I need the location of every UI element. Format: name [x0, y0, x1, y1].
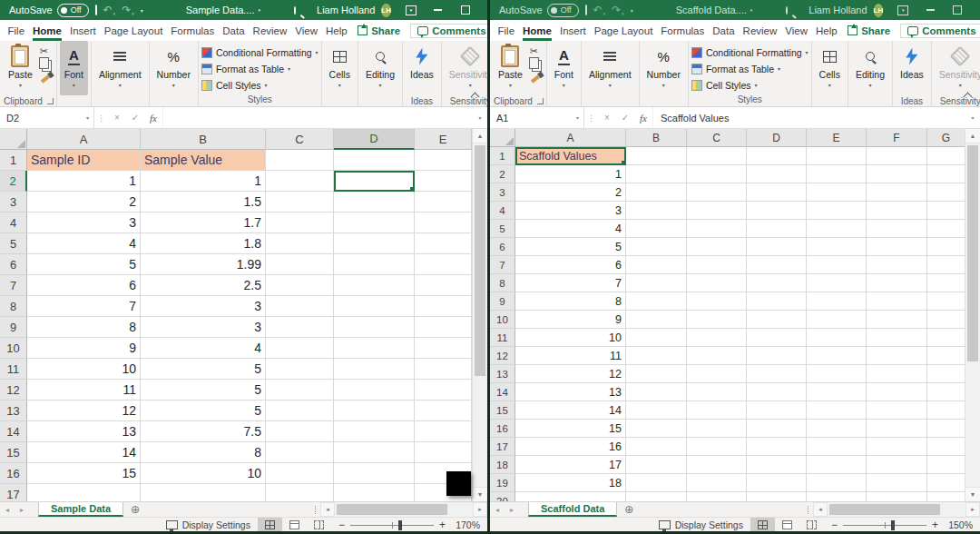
cell-A9[interactable]: 8	[515, 292, 626, 311]
cell-G2[interactable]	[927, 165, 965, 183]
cell-B11[interactable]	[626, 329, 687, 347]
cell-B12[interactable]: 5	[141, 380, 266, 400]
select-all-corner[interactable]	[490, 129, 515, 147]
vscroll-down-icon[interactable]: ▼	[473, 487, 487, 501]
column-header-B[interactable]: B	[141, 129, 266, 150]
comments-button[interactable]: Comments	[900, 24, 980, 38]
normal-view-button[interactable]	[750, 518, 775, 531]
cell-D13[interactable]	[334, 400, 415, 421]
cell-D7[interactable]	[747, 256, 807, 274]
row-header-6[interactable]: 6	[0, 254, 27, 275]
cell-A14[interactable]: 13	[27, 421, 141, 442]
cell-G1[interactable]	[927, 147, 965, 165]
cell-E5[interactable]	[415, 233, 472, 254]
row-header-10[interactable]: 10	[490, 311, 515, 329]
zoom-slider[interactable]	[843, 525, 926, 526]
cell-B9[interactable]	[626, 292, 687, 311]
vscroll-down-icon[interactable]: ▼	[965, 487, 980, 501]
format-painter-icon[interactable]	[41, 74, 50, 83]
cell-E19[interactable]	[807, 474, 867, 492]
quick-access-toolbar-icon[interactable]: ▾	[631, 7, 633, 14]
cell-A13[interactable]: 12	[515, 365, 626, 383]
cell-D10[interactable]	[747, 311, 807, 329]
cell-F4[interactable]	[867, 202, 927, 220]
column-header-C[interactable]: C	[266, 129, 334, 150]
cell-C13[interactable]	[266, 400, 334, 421]
cell-D14[interactable]	[747, 383, 807, 401]
row-header-5[interactable]: 5	[0, 233, 27, 254]
zoom-out-button[interactable]: −	[338, 519, 345, 531]
cell-A1[interactable]: Sample ID	[27, 150, 141, 171]
cell-E11[interactable]	[807, 329, 867, 347]
cell-F5[interactable]	[867, 220, 927, 238]
cell-E2[interactable]	[807, 165, 867, 183]
cell-G14[interactable]	[927, 383, 965, 401]
cell-B1[interactable]: Sample Value	[141, 150, 266, 171]
row-header-1[interactable]: 1	[490, 147, 515, 165]
cell-E12[interactable]	[415, 380, 472, 400]
cell-C5[interactable]	[687, 220, 747, 238]
cell-F7[interactable]	[867, 256, 927, 274]
cell-F3[interactable]	[867, 183, 927, 202]
cell-B8[interactable]	[626, 274, 687, 292]
cell-B13[interactable]: 5	[141, 400, 266, 421]
zoom-in-button[interactable]: +	[439, 519, 446, 531]
cell-B9[interactable]: 3	[141, 317, 266, 338]
cell-C16[interactable]	[687, 420, 747, 438]
menu-tab-view[interactable]: View	[291, 20, 322, 41]
cell-B4[interactable]: 1.7	[141, 213, 266, 233]
cell-E18[interactable]	[807, 456, 867, 474]
sheet-nav-right-icon[interactable]: ▸	[15, 502, 29, 517]
row-header-13[interactable]: 13	[0, 400, 27, 421]
minimize-button[interactable]	[916, 0, 944, 20]
cell-D19[interactable]	[747, 474, 807, 492]
cell-G11[interactable]	[927, 329, 965, 347]
cell-C6[interactable]	[266, 254, 334, 275]
autosave-toggle[interactable]: AutoSave Off	[499, 4, 579, 17]
cell-D4[interactable]	[747, 202, 807, 220]
cell-B17[interactable]	[626, 438, 687, 456]
cell-E11[interactable]	[415, 359, 472, 380]
vscroll-up-icon[interactable]: ▲	[473, 129, 487, 143]
horizontal-scrollbar[interactable]: ◂ ▸	[808, 502, 980, 517]
maximize-button[interactable]	[944, 0, 971, 20]
document-title[interactable]: Sample Data....▾	[186, 5, 260, 15]
row-header-15[interactable]: 15	[0, 442, 27, 463]
cell-E4[interactable]	[415, 213, 472, 233]
menu-tab-home[interactable]: Home	[29, 20, 66, 41]
cell-G12[interactable]	[927, 347, 965, 365]
column-header-C[interactable]: C	[687, 129, 747, 147]
cancel-icon[interactable]: ×	[598, 107, 616, 128]
menu-tab-formulas[interactable]: Formulas	[167, 20, 219, 41]
cell-C2[interactable]	[266, 171, 334, 192]
cell-D2[interactable]	[334, 171, 415, 192]
cell-D4[interactable]	[334, 213, 415, 233]
sheet-tab[interactable]: Scaffold Data	[528, 502, 617, 517]
row-header-5[interactable]: 5	[490, 220, 515, 238]
cell-C18[interactable]	[687, 456, 747, 474]
cell-D20[interactable]	[747, 492, 807, 501]
name-box[interactable]: D2▾	[0, 107, 94, 128]
cell-C8[interactable]	[266, 296, 334, 317]
cell-F20[interactable]	[867, 492, 927, 501]
new-sheet-button[interactable]: ⊕	[123, 502, 147, 517]
cell-A16[interactable]: 15	[515, 420, 626, 438]
cut-icon[interactable]: ✂	[40, 46, 48, 56]
sheet-nav-left-icon[interactable]: ◂	[0, 502, 15, 517]
copy-icon[interactable]	[42, 60, 52, 72]
autosave-toggle[interactable]: AutoSave Off	[9, 4, 89, 17]
cell-B20[interactable]	[626, 492, 687, 501]
row-header-14[interactable]: 14	[0, 421, 27, 442]
cell-E13[interactable]	[807, 365, 867, 383]
redo-icon[interactable]: ↷▾	[612, 4, 624, 16]
minimize-button[interactable]	[425, 0, 452, 20]
row-header-1[interactable]: 1	[0, 150, 27, 171]
row-header-8[interactable]: 8	[0, 296, 27, 317]
cell-B1[interactable]	[626, 147, 687, 165]
cell-D6[interactable]	[334, 254, 415, 275]
cell-C11[interactable]	[266, 359, 334, 380]
vertical-scrollbar[interactable]: ▲▼	[965, 129, 980, 501]
cell-E12[interactable]	[807, 347, 867, 365]
cell-B13[interactable]	[626, 365, 687, 383]
cell-D1[interactable]	[747, 147, 807, 165]
